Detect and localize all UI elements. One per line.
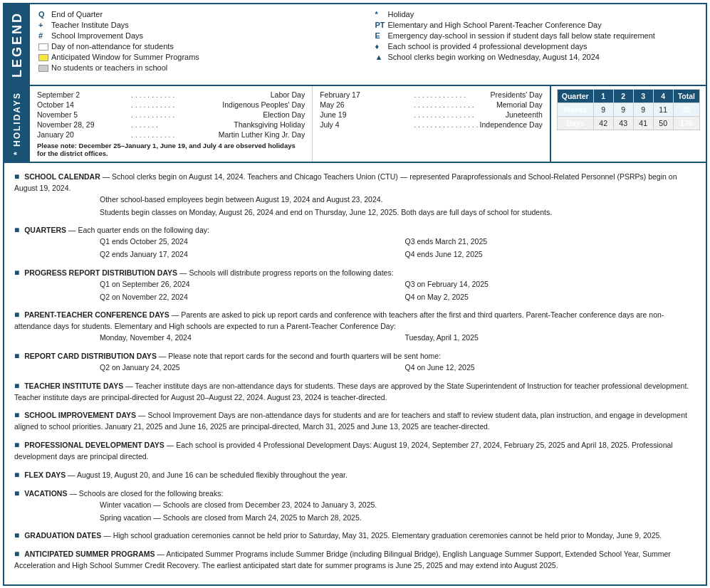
section-vacations: ■ VACATIONS — Schools are closed for the… [14, 487, 696, 524]
quarters-dash: — [68, 226, 78, 234]
parent-teacher-dash: — [172, 310, 181, 319]
holiday-row-thanksgiving: November 28, 29 . . . . . . . Thanksgivi… [37, 120, 305, 129]
election-dots: . . . . . . . . . . . [130, 110, 263, 119]
thanksgiving-date: November 28, 29 [37, 120, 130, 129]
vacations-body: Schools are closed for the following bre… [79, 489, 224, 498]
memorial-name: Memorial Day [496, 100, 543, 109]
labor-day-date: September 2 [37, 90, 130, 99]
bullet-summer-programs: ■ [14, 549, 19, 559]
qt-header-2: 2 [613, 90, 633, 103]
section-report-card: ■ REPORT CARD DISTRIBUTION DAYS — Please… [14, 350, 696, 374]
qt-weeks-label: Weeks [557, 103, 593, 117]
holiday-row-mlk: January 20 . . . . . . . . . . . Martin … [37, 130, 305, 139]
quarters-title: QUARTERS [24, 226, 66, 234]
legend-section: LEGEND Q End of Quarter + Teacher Instit… [4, 4, 706, 86]
quarter-table-section: Quarter 1 2 3 4 Total Weeks 9 9 [550, 86, 706, 162]
quarters-col1: Q1 ends October 25, 2024 Q3 ends March 2… [14, 236, 696, 248]
school-calendar-line2: Students begin classes on Monday, August… [100, 207, 696, 219]
holidays-dates-right: February 17 . . . . . . . . . . . . . Pr… [312, 86, 550, 162]
quarters-body: Each quarter ends on the following day: [78, 226, 209, 234]
professional-dev-dash: — [167, 441, 176, 449]
legend-item-teacher: + Teacher Institute Days [38, 21, 361, 29]
holiday-row-indigenous: October 14 . . . . . . . . . . . Indigen… [37, 100, 305, 109]
legend-content: Q End of Quarter + Teacher Institute Day… [30, 4, 706, 85]
section-school-improvement: ■ SCHOOL IMPROVEMENT DAYS — School Impro… [14, 409, 696, 433]
qt-days-total: 176 [673, 117, 699, 130]
holiday-label: Holiday [388, 10, 698, 19]
clerks-label: School clerks begin working on Wednesday… [388, 53, 698, 61]
graduation-title: GRADUATION DATES [24, 531, 101, 540]
emergency-label: Emergency day-school in session if stude… [388, 31, 698, 40]
bullet-graduation: ■ [14, 530, 19, 540]
qt-days-q4: 50 [653, 117, 673, 130]
progress-dash: — [179, 268, 189, 277]
qt-days-q1: 42 [593, 117, 613, 130]
qt-weeks-q2: 9 [613, 103, 633, 117]
report-card-title: REPORT CARD DISTRIBUTION DAYS [24, 352, 157, 360]
section-quarters: ■ QUARTERS — Each quarter ends on the fo… [14, 224, 696, 261]
presidents-dots: . . . . . . . . . . . . . [412, 90, 490, 99]
summer-label: Anticipated Window for Summer Programs [51, 53, 361, 61]
q2-ends: Q2 ends January 17, 2024 [100, 249, 391, 261]
main-content: ■ SCHOOL CALENDAR — School clerks begin … [4, 163, 706, 584]
flex-days-title: FLEX DAYS [24, 471, 66, 479]
rc-date2: Q4 on June 12, 2025 [405, 362, 696, 374]
legend-item-profdev: ♦ Each school is provided 4 professional… [375, 42, 698, 51]
qt-header-3: 3 [633, 90, 653, 103]
plus-symbol: + [38, 21, 51, 29]
school-improvement-dash: — [138, 411, 147, 419]
school-calendar-indented: Other school-based employees begin betwe… [14, 194, 696, 219]
nostudents-swatch-wrapper [38, 63, 51, 72]
labor-day-dots: . . . . . . . . . . . [130, 90, 271, 99]
qt-weeks-row: Weeks 9 9 9 11 38 [557, 103, 699, 117]
legend-item-nostudents: No students or teachers in school [38, 63, 361, 72]
legend-left-col: Q End of Quarter + Teacher Institute Day… [38, 10, 361, 79]
bullet-report-card: ■ [14, 351, 19, 361]
july4-name: Independence Day [480, 120, 543, 129]
school-calendar-title: SCHOOL CALENDAR [24, 172, 100, 181]
progress-title: PROGRESS REPORT DISTRIBUTION DAYS [24, 268, 177, 277]
mlk-name: Martin Luther King Jr. Day [219, 130, 305, 139]
labor-day-name: Labor Day [271, 90, 305, 99]
teacher-label: Teacher Institute Days [51, 21, 361, 29]
holiday-row-presidents: February 17 . . . . . . . . . . . . . Pr… [320, 90, 543, 99]
indigenous-dots: . . . . . . . . . . . [130, 100, 222, 109]
qt-weeks-q1: 9 [593, 103, 613, 117]
nostudents-swatch [38, 65, 48, 72]
mlk-dots: . . . . . . . . . . . [130, 130, 219, 139]
qt-days-q2: 43 [613, 117, 633, 130]
teacher-institute-dash: — [125, 382, 135, 390]
mlk-date: January 20 [37, 130, 130, 139]
school-improvement-title: SCHOOL IMPROVEMENT DAYS [24, 411, 136, 419]
legend-tab: LEGEND [4, 4, 30, 85]
holiday-row-juneteenth: June 19 . . . . . . . . . . . . . . . Ju… [320, 110, 543, 119]
legend-item-emergency: E Emergency day-school in session if stu… [375, 31, 698, 40]
nonattendance-swatch [38, 43, 48, 51]
legend-right-col: * Holiday PT Elementary and High School … [375, 10, 698, 79]
qt-days-q3: 41 [633, 117, 653, 130]
section-graduation: ■ GRADUATION DATES — High school graduat… [14, 529, 696, 542]
section-professional-dev: ■ PROFESSIONAL DEVELOPMENT DAYS — Each s… [14, 439, 696, 463]
winter-vacation: Winter vacation — Schools are closed fro… [100, 500, 696, 511]
legend-item-nonattendance: Day of non-attendance for students [38, 42, 361, 51]
school-calendar-dash: — [103, 172, 112, 181]
e-symbol: E [375, 31, 388, 40]
thanksgiving-name: Thanksgiving Holiday [234, 120, 305, 129]
nonattendance-label: Day of non-attendance for students [51, 42, 361, 51]
memorial-date: May 26 [320, 100, 412, 109]
parent-teacher-title: PARENT-TEACHER CONFERENCE DAYS [24, 310, 169, 319]
bullet-school-improvement: ■ [14, 410, 19, 420]
legend-item-summer: Anticipated Window for Summer Programs [38, 53, 361, 61]
q3-ends: Q3 ends March 21, 2025 [405, 236, 696, 248]
vacations-dash: — [69, 489, 78, 498]
qt-header-quarter: Quarter [557, 90, 593, 103]
legend-item-holiday: * Holiday [375, 10, 698, 19]
qt-header-4: 4 [653, 90, 673, 103]
nonattendance-swatch-wrapper [38, 42, 51, 51]
section-parent-teacher: ■ PARENT-TEACHER CONFERENCE DAYS — Paren… [14, 308, 696, 344]
progress-q1: Q1 on September 26, 2024 [100, 279, 391, 290]
holiday-row-memorial: May 26 . . . . . . . . . . . . . . . Mem… [320, 100, 543, 109]
indigenous-date: October 14 [37, 100, 130, 109]
memorial-dots: . . . . . . . . . . . . . . . [412, 100, 496, 109]
qt-header-total: Total [673, 90, 699, 103]
